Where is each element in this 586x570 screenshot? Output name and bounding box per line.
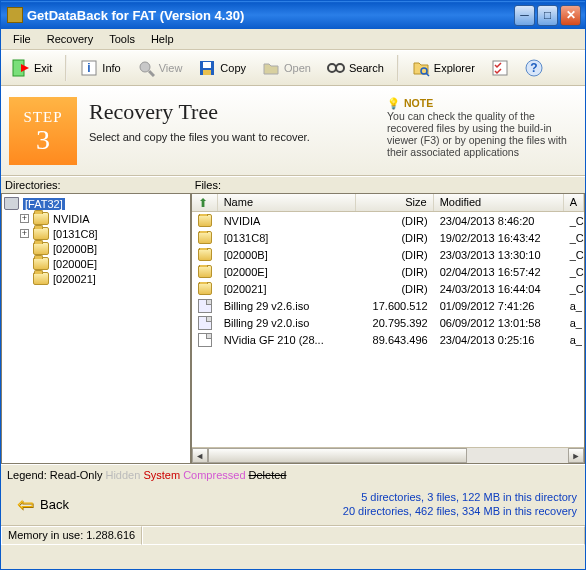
directory-tree[interactable]: [FAT32] +NVIDIA+[0131C8]+[02000B]+[02000…: [1, 193, 191, 464]
title-bar: GetDataBack for FAT (Version 4.30) ─ □ ✕: [1, 1, 585, 29]
tree-node[interactable]: +[02000E]: [4, 256, 188, 271]
window-title: GetDataBack for FAT (Version 4.30): [27, 8, 512, 23]
options-button[interactable]: [484, 55, 516, 81]
copy-button[interactable]: Copy: [191, 55, 253, 81]
note-box: 💡NOTE You can check the quality of the r…: [387, 97, 577, 165]
file-row[interactable]: NVIDIA(DIR)23/04/2013 8:46:20_C: [192, 212, 584, 229]
help-icon: ?: [525, 59, 543, 77]
view-button[interactable]: View: [130, 55, 190, 81]
app-icon: [7, 7, 23, 23]
summary-text: 5 directories, 3 files, 122 MB in this d…: [343, 490, 577, 518]
maximize-button[interactable]: □: [537, 5, 558, 26]
step-subtitle: Select and copy the files you want to re…: [89, 131, 375, 143]
step-panel: STEP 3 Recovery Tree Select and copy the…: [1, 86, 585, 176]
iso-icon: [198, 316, 212, 330]
exit-icon: [12, 59, 30, 77]
menu-file[interactable]: File: [5, 31, 39, 47]
view-icon: [137, 59, 155, 77]
menu-help[interactable]: Help: [143, 31, 182, 47]
iso-icon: [198, 299, 212, 313]
tree-node[interactable]: +[020021]: [4, 271, 188, 286]
checklist-icon: [491, 59, 509, 77]
folder-icon: [198, 282, 212, 295]
folder-icon: [198, 265, 212, 278]
file-row[interactable]: Billing 29 v2.6.iso17.600.51201/09/2012 …: [192, 297, 584, 314]
step-title: Recovery Tree: [89, 99, 375, 125]
tree-root[interactable]: [FAT32]: [4, 196, 188, 211]
horizontal-scrollbar[interactable]: ◄ ►: [192, 447, 584, 463]
legend: Legend: Read-Only Hidden System Compress…: [1, 464, 585, 485]
minimize-button[interactable]: ─: [514, 5, 535, 26]
folder-icon: [33, 212, 49, 225]
file-list[interactable]: NVIDIA(DIR)23/04/2013 8:46:20_C[0131C8](…: [192, 212, 584, 447]
folder-icon: [198, 231, 212, 244]
tree-node[interactable]: +[0131C8]: [4, 226, 188, 241]
directories-label: Directories:: [1, 177, 191, 193]
help-button[interactable]: ?: [518, 55, 550, 81]
folder-icon: [33, 272, 49, 285]
expand-icon[interactable]: +: [20, 229, 29, 238]
svg-line-11: [426, 73, 429, 76]
col-name[interactable]: Name: [218, 194, 356, 211]
scroll-left-button[interactable]: ◄: [192, 448, 208, 463]
svg-point-8: [328, 64, 336, 72]
menu-tools[interactable]: Tools: [101, 31, 143, 47]
svg-rect-6: [203, 62, 211, 68]
svg-point-3: [140, 62, 150, 72]
step-box: STEP 3: [9, 97, 77, 165]
info-button[interactable]: i Info: [73, 55, 127, 81]
explorer-button[interactable]: Explorer: [405, 55, 482, 81]
file-row[interactable]: [02000E](DIR)02/04/2013 16:57:42_C: [192, 263, 584, 280]
folder-icon: [198, 248, 212, 261]
file-row[interactable]: [020021](DIR)24/03/2013 16:44:04_C: [192, 280, 584, 297]
svg-rect-7: [203, 70, 211, 75]
exit-button[interactable]: Exit: [5, 55, 59, 81]
folder-icon: [33, 227, 49, 240]
info-icon: i: [80, 59, 98, 77]
menu-bar: File Recovery Tools Help: [1, 29, 585, 50]
col-modified[interactable]: Modified: [434, 194, 564, 211]
back-button[interactable]: ⇦ Back: [9, 489, 77, 519]
up-arrow-icon: ⬆: [198, 196, 208, 210]
files-label: Files:: [191, 177, 585, 193]
col-attr[interactable]: A: [564, 194, 584, 211]
col-size[interactable]: Size: [356, 194, 434, 211]
tree-node[interactable]: +NVIDIA: [4, 211, 188, 226]
svg-text:i: i: [88, 61, 91, 75]
search-icon: [327, 59, 345, 77]
folder-icon: [33, 257, 49, 270]
save-icon: [198, 59, 216, 77]
status-bar: Memory in use: 1.288.616: [1, 525, 585, 545]
menu-recovery[interactable]: Recovery: [39, 31, 101, 47]
folder-icon: [198, 214, 212, 227]
svg-text:?: ?: [530, 61, 537, 75]
memory-status: Memory in use: 1.288.616: [1, 526, 142, 545]
file-row[interactable]: Billing 29 v2.0.iso20.795.39206/09/2012 …: [192, 314, 584, 331]
expand-icon[interactable]: +: [20, 214, 29, 223]
scroll-thumb[interactable]: [208, 448, 467, 463]
explorer-icon: [412, 59, 430, 77]
file-row[interactable]: NVidia GF 210 (28...89.643.49623/04/2013…: [192, 331, 584, 348]
toolbar: Exit i Info View Copy Open Search Explor…: [1, 50, 585, 86]
scroll-right-button[interactable]: ►: [568, 448, 584, 463]
back-arrow-icon: ⇦: [17, 492, 34, 516]
svg-line-4: [149, 71, 154, 76]
search-button[interactable]: Search: [320, 55, 391, 81]
open-button[interactable]: Open: [255, 55, 318, 81]
close-button[interactable]: ✕: [560, 5, 581, 26]
file-list-header: ⬆ Name Size Modified A: [192, 194, 584, 212]
file-row[interactable]: [02000B](DIR)23/03/2013 13:30:10_C: [192, 246, 584, 263]
folder-open-icon: [262, 59, 280, 77]
lightbulb-icon: 💡: [387, 97, 400, 109]
tree-node[interactable]: +[02000B]: [4, 241, 188, 256]
folder-icon: [33, 242, 49, 255]
file-icon: [198, 333, 212, 347]
up-button[interactable]: ⬆: [192, 194, 218, 211]
svg-point-9: [336, 64, 344, 72]
drive-icon: [4, 197, 19, 210]
file-row[interactable]: [0131C8](DIR)19/02/2013 16:43:42_C: [192, 229, 584, 246]
